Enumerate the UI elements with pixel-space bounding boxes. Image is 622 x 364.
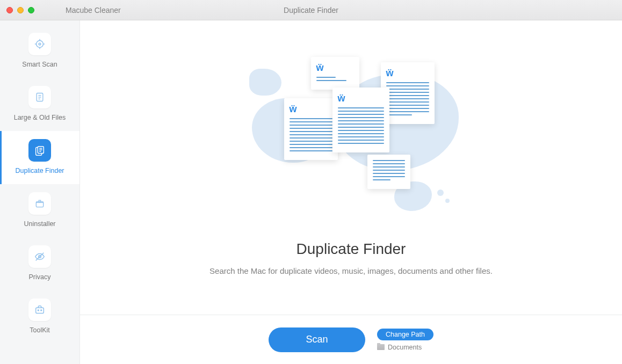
change-path-button[interactable]: Change Path bbox=[377, 329, 433, 340]
close-button[interactable] bbox=[6, 7, 13, 13]
sidebar-item-label: Smart Scan bbox=[22, 61, 57, 68]
sidebar-item-toolkit[interactable]: ToolKit bbox=[0, 290, 79, 344]
svg-point-1 bbox=[39, 43, 41, 45]
content-area: ẅ ẅ ẅ ẅ bbox=[80, 20, 622, 364]
sidebar-item-smart-scan[interactable]: Smart Scan bbox=[0, 25, 79, 78]
duplicate-icon bbox=[28, 139, 51, 162]
sidebar-item-duplicate-finder[interactable]: Duplicate Finder bbox=[0, 131, 79, 184]
sidebar-item-label: Uninstaller bbox=[24, 220, 55, 228]
svg-rect-17 bbox=[36, 308, 44, 313]
path-group: Change Path Documents bbox=[377, 329, 433, 351]
current-path-label: Documents bbox=[388, 344, 422, 351]
window-title: Duplicate Finder bbox=[284, 6, 338, 14]
sidebar: Smart Scan Large & Old Files Duplicate F… bbox=[0, 20, 80, 364]
target-icon bbox=[28, 33, 51, 55]
sidebar-item-large-old-files[interactable]: Large & Old Files bbox=[0, 78, 79, 131]
page-title: Duplicate Finder bbox=[296, 241, 406, 258]
main-area: Smart Scan Large & Old Files Duplicate F… bbox=[0, 20, 622, 364]
duplicate-illustration: ẅ ẅ ẅ ẅ bbox=[238, 47, 464, 219]
sidebar-item-label: ToolKit bbox=[30, 326, 50, 334]
sidebar-item-privacy[interactable]: Privacy bbox=[0, 237, 79, 290]
svg-point-18 bbox=[38, 310, 39, 311]
page-subtitle: Search the Mac for duplicate videos, mus… bbox=[209, 266, 493, 275]
current-path-display: Documents bbox=[377, 344, 422, 351]
maximize-button[interactable] bbox=[28, 7, 34, 13]
scan-button[interactable]: Scan bbox=[269, 327, 365, 352]
toolkit-icon bbox=[28, 299, 51, 321]
folder-icon bbox=[377, 344, 385, 350]
file-icon bbox=[28, 86, 51, 108]
sidebar-item-label: Large & Old Files bbox=[14, 114, 66, 121]
minimize-button[interactable] bbox=[17, 7, 24, 13]
app-name: Macube Cleaner bbox=[66, 6, 121, 14]
sidebar-item-uninstaller[interactable]: Uninstaller bbox=[0, 184, 79, 237]
svg-point-0 bbox=[37, 41, 44, 48]
svg-point-19 bbox=[41, 310, 42, 311]
footer-bar: Scan Change Path Documents bbox=[80, 315, 622, 364]
traffic-lights bbox=[6, 7, 34, 13]
titlebar: Macube Cleaner Duplicate Finder bbox=[0, 0, 622, 20]
package-icon bbox=[28, 192, 51, 215]
eye-off-icon bbox=[28, 245, 51, 268]
sidebar-item-label: Privacy bbox=[29, 273, 51, 281]
sidebar-item-label: Duplicate Finder bbox=[15, 167, 64, 174]
